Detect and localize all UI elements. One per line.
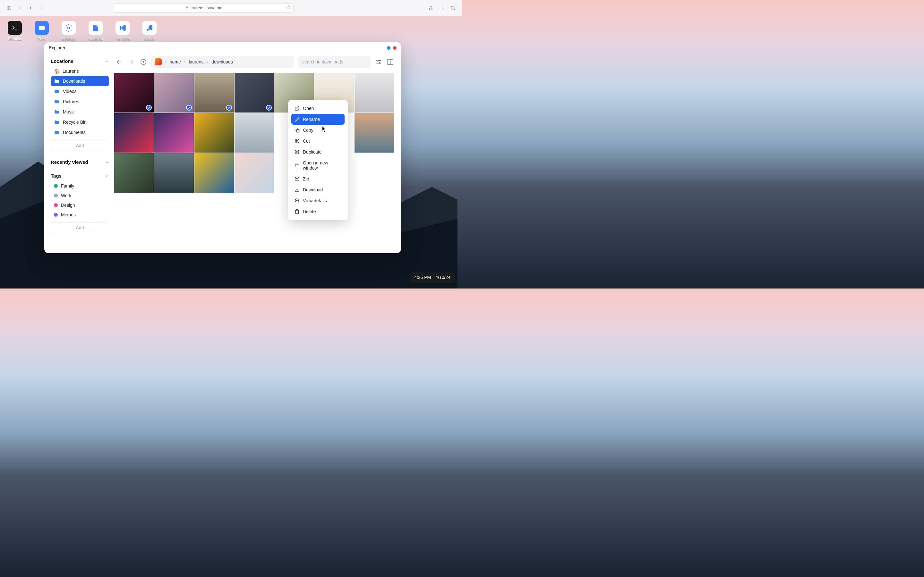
svg-rect-30 <box>295 164 299 167</box>
breadcrumb-downloads[interactable]: downloads <box>212 59 233 64</box>
chevron-down-icon <box>105 174 109 178</box>
tabs-icon[interactable] <box>450 5 456 11</box>
desktop-icon-files[interactable]: Files <box>33 21 51 41</box>
file-tile[interactable] <box>194 113 234 153</box>
svg-line-22 <box>297 106 299 109</box>
ctx-view-details[interactable]: View details <box>291 195 344 206</box>
forward-button[interactable] <box>39 5 45 11</box>
sidebar-item-recycle[interactable]: Recycle Bin <box>51 117 109 127</box>
svg-line-27 <box>298 142 299 143</box>
file-tile[interactable] <box>154 153 194 193</box>
reload-icon[interactable] <box>286 5 291 11</box>
tag-work[interactable]: Work <box>51 191 109 200</box>
sidebar-item-pictures[interactable]: Pictures <box>51 97 109 107</box>
layout-toggle-icon[interactable] <box>386 58 394 66</box>
gear-icon <box>65 24 73 32</box>
ctx-open[interactable]: Open <box>291 103 344 114</box>
file-tile[interactable] <box>234 73 274 113</box>
ctx-zip[interactable]: Zip <box>291 173 344 184</box>
svg-rect-23 <box>296 129 299 132</box>
sidebar-item-documents[interactable]: Documents <box>51 127 109 137</box>
sidebar-item-videos[interactable]: Videos <box>51 86 109 97</box>
file-tile[interactable] <box>154 73 194 113</box>
folder-icon <box>54 89 60 94</box>
file-tile[interactable] <box>114 113 153 153</box>
file-tile[interactable] <box>114 73 153 113</box>
file-grid <box>114 73 394 193</box>
tags-header[interactable]: Tags <box>51 171 109 181</box>
svg-rect-2 <box>186 8 188 9</box>
back-button[interactable] <box>27 5 34 11</box>
sidebar-item-music[interactable]: Music <box>51 107 109 117</box>
desktop-icon-terminal[interactable]: Terminal <box>6 21 24 41</box>
svg-marker-29 <box>295 150 299 152</box>
nav-forward[interactable] <box>128 58 135 65</box>
ctx-label: Open <box>303 106 314 111</box>
file-tile[interactable] <box>114 153 153 193</box>
folder-icon <box>54 119 60 125</box>
nav-back[interactable] <box>115 58 123 65</box>
ctx-label: Duplicate <box>303 149 321 155</box>
file-tile[interactable] <box>355 113 394 153</box>
add-location-button[interactable]: Add <box>51 140 109 151</box>
add-tag-button[interactable]: Add <box>51 222 109 233</box>
toolbar: › home › laurens › downloads <box>114 56 394 68</box>
desktop-icon-vscode[interactable]: VS code <box>113 21 132 41</box>
ctx-delete[interactable]: Delete <box>291 206 344 217</box>
tag-family[interactable]: Family <box>51 181 109 191</box>
avatar[interactable] <box>155 58 162 65</box>
ctx-rename[interactable]: Rename <box>291 114 344 125</box>
recent-header[interactable]: Recently viewed <box>51 157 109 167</box>
ctx-open-in-new-window[interactable]: Open in new window <box>291 157 344 173</box>
file-tile[interactable] <box>194 153 234 193</box>
locations-header[interactable]: Locations <box>51 56 109 66</box>
nav-add[interactable] <box>140 58 147 65</box>
browser-chrome: laurens.inuva.me <box>0 0 462 16</box>
sidebar-item-downloads[interactable]: Downloads <box>51 76 109 86</box>
address-bar[interactable]: laurens.inuva.me <box>114 3 294 13</box>
taskbar-clock[interactable]: 4:25 PM 4/10/24 <box>410 272 455 283</box>
svg-rect-6 <box>452 7 455 10</box>
file-tile[interactable] <box>194 73 234 113</box>
selected-check-icon <box>146 105 152 111</box>
tag-dot-icon <box>54 193 58 197</box>
search-input[interactable] <box>298 56 371 68</box>
ctx-label: Rename <box>303 117 320 122</box>
sidebar-item-laurens[interactable]: 🏠 Laurens <box>51 66 109 76</box>
tag-memes[interactable]: Memes <box>51 210 109 219</box>
ctx-duplicate[interactable]: Duplicate <box>291 147 344 157</box>
new-tab-icon[interactable] <box>439 5 445 11</box>
scissors-icon <box>294 139 300 143</box>
chevron-down-icon[interactable] <box>17 5 23 11</box>
ctx-cut[interactable]: Cut <box>291 135 344 147</box>
date-text: 4/10/24 <box>435 275 451 280</box>
window-close[interactable] <box>393 46 397 50</box>
window-header[interactable]: Explorer <box>44 42 401 53</box>
filter-icon[interactable] <box>375 58 383 66</box>
time-text: 4:25 PM <box>414 275 431 280</box>
tag-design[interactable]: Design <box>51 200 109 210</box>
sidebar: Locations 🏠 Laurens Downloads Videos Pic… <box>44 53 114 253</box>
breadcrumbs: › home › laurens › downloads <box>151 56 294 68</box>
window-title: Explorer <box>49 45 65 50</box>
home-icon: 🏠 <box>54 69 59 74</box>
chevron-icon: › <box>184 59 186 64</box>
share-icon[interactable] <box>428 5 435 11</box>
desktop-icons: Terminal Files Settings Notepad VS code … <box>6 21 158 41</box>
svg-point-18 <box>377 60 378 61</box>
file-tile[interactable] <box>154 113 194 153</box>
ctx-copy[interactable]: Copy <box>291 125 344 135</box>
vscode-icon <box>118 24 127 32</box>
desktop-icon-notepad[interactable]: Notepad <box>87 21 105 41</box>
file-tile[interactable] <box>355 73 394 113</box>
file-tile[interactable] <box>234 113 274 153</box>
breadcrumb-home[interactable]: home <box>170 59 181 64</box>
file-tile[interactable] <box>234 153 274 193</box>
breadcrumb-laurens[interactable]: laurens <box>189 59 204 64</box>
desktop-icon-settings[interactable]: Settings <box>60 21 78 41</box>
desktop-icon-music[interactable]: Music <box>141 21 158 41</box>
sidebar-toggle-icon[interactable] <box>6 5 12 11</box>
folder-icon <box>54 99 60 105</box>
window-minimize[interactable] <box>387 46 391 50</box>
ctx-download[interactable]: Download <box>291 184 344 195</box>
